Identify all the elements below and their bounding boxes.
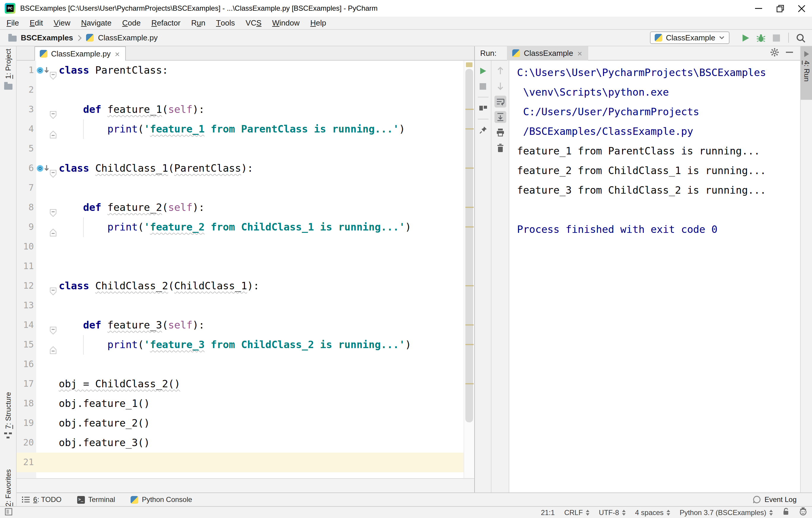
typo-stripe-mark[interactable] [465, 285, 474, 286]
menu-view[interactable]: View [48, 17, 76, 29]
stop-button[interactable] [769, 31, 784, 45]
editor-line-16[interactable]: 16 [17, 355, 464, 374]
typo-stripe-mark[interactable] [465, 109, 474, 110]
fold-marker-down[interactable] [50, 204, 56, 212]
stop-process-button[interactable] [477, 80, 489, 92]
code-editor[interactable]: 1class ParentClass:23 def feature_1(self… [17, 61, 474, 492]
fold-marker-down[interactable] [50, 165, 56, 172]
run-settings-button[interactable] [770, 48, 779, 59]
caret-position[interactable]: 21:1 [541, 508, 555, 517]
menu-run[interactable]: Run [186, 17, 211, 29]
toolwindow-python-console[interactable]: Python Console [130, 495, 192, 504]
editor-line-8[interactable]: 8 def feature_2(self): [17, 198, 464, 217]
soft-wrap-button[interactable] [494, 96, 506, 108]
overridden-marker-icon[interactable] [37, 66, 49, 74]
restore-button[interactable] [769, 0, 791, 17]
menu-navigate[interactable]: Navigate [76, 17, 117, 29]
analysis-indicator[interactable] [466, 62, 472, 67]
toolwindow-6-todo[interactable]: 6: TODO [22, 495, 61, 504]
status-utf-8[interactable]: UTF-8 [599, 508, 626, 517]
menu-edit[interactable]: Edit [24, 17, 48, 29]
run-tab-classexample[interactable]: ClassExample × [507, 46, 588, 60]
clear-all-button[interactable] [494, 142, 506, 154]
editor-line-9[interactable]: 9 print('feature_2 from ChildClass_1 is … [17, 217, 464, 237]
editor-line-2[interactable]: 2 [17, 80, 464, 100]
debug-button[interactable] [754, 31, 768, 45]
typo-stripe-mark[interactable] [465, 167, 474, 169]
editor-line-13[interactable]: 13 [17, 296, 464, 316]
search-everywhere-button[interactable] [793, 31, 808, 45]
editor-line-19[interactable]: 19obj.feature_2() [17, 413, 464, 433]
typo-stripe-mark[interactable] [465, 383, 474, 384]
sidebar-item-project[interactable]: 1: Project [0, 49, 16, 89]
fold-marker-up[interactable] [50, 341, 56, 349]
run-console-output[interactable]: C:\Users\User\PycharmProjects\BSCExample… [509, 61, 801, 492]
hide-panel-button[interactable] [785, 48, 793, 58]
typo-stripe-mark[interactable] [465, 226, 474, 227]
menu-code[interactable]: Code [117, 17, 146, 29]
editor-line-5[interactable]: 5 [17, 139, 464, 159]
close-button[interactable] [791, 0, 812, 17]
menu-file[interactable]: File [1, 17, 24, 29]
typo-stripe-mark[interactable] [465, 207, 474, 208]
editor-line-14[interactable]: 14 def feature_3(self): [17, 316, 464, 335]
print-button[interactable] [494, 127, 506, 138]
editor-line-11[interactable]: 11 [17, 256, 464, 276]
fold-marker-down[interactable] [50, 321, 56, 329]
overridden-marker-icon[interactable] [37, 165, 49, 172]
editor-line-1[interactable]: 1class ParentClass: [17, 61, 464, 80]
editor-line-17[interactable]: 17obj = ChildClass_2() [17, 374, 464, 394]
run-configuration-name: ClassExample [666, 33, 715, 42]
editor-line-3[interactable]: 3 def feature_1(self): [17, 100, 464, 119]
editor-line-18[interactable]: 18obj.feature_1() [17, 394, 464, 413]
menu-refactor[interactable]: Refactor [146, 17, 186, 29]
menu-help[interactable]: Help [305, 17, 332, 29]
editor-line-10[interactable]: 10 [17, 237, 464, 256]
menu-tools[interactable]: Tools [211, 17, 240, 29]
file-lock-toggle[interactable] [782, 507, 789, 517]
typo-stripe-mark[interactable] [465, 324, 474, 326]
editor-line-15[interactable]: 15 print('feature_3 from ChildClass_2 is… [17, 335, 464, 355]
scroll-to-end-button[interactable] [494, 111, 506, 123]
typo-stripe-mark[interactable] [465, 128, 474, 130]
editor-line-6[interactable]: 6class ChildClass_1(ParentClass): [17, 159, 464, 178]
typo-stripe-mark[interactable] [465, 344, 474, 345]
menu-window[interactable]: Window [267, 17, 305, 29]
run-configuration-select[interactable]: ClassExample [650, 31, 729, 44]
run-button[interactable] [738, 31, 753, 45]
down-stacktrace-button[interactable] [494, 80, 506, 92]
toolwindow-terminal[interactable]: >_Terminal [77, 495, 115, 504]
fold-marker-down[interactable] [50, 66, 56, 74]
breadcrumb-project[interactable]: BSCExamples [21, 33, 73, 42]
sidebar-item-structure[interactable]: 7: Structure [0, 392, 16, 439]
editor-scrollbar-stripe[interactable] [464, 61, 474, 478]
status-python-3-7-bscexamples-[interactable]: Python 3.7 (BSCExamples) [679, 508, 773, 517]
editor-line-7[interactable]: 7 [17, 178, 464, 198]
editor-line-21[interactable]: 21 [17, 453, 464, 472]
tab-close-icon[interactable]: × [114, 50, 120, 58]
menu-vcs[interactable]: VCS [240, 17, 267, 29]
restore-layout-button[interactable] [477, 102, 489, 114]
tool-window-switcher[interactable] [5, 508, 12, 517]
code-text: def feature_3(self): [59, 319, 204, 331]
editor-line-20[interactable]: 20obj.feature_3() [17, 433, 464, 453]
minimize-button[interactable] [748, 0, 769, 17]
up-stacktrace-button[interactable] [494, 65, 506, 77]
status-crlf[interactable]: CRLF [564, 508, 589, 517]
fold-marker-down[interactable] [50, 282, 56, 290]
rerun-button[interactable] [477, 65, 489, 77]
fold-marker-down[interactable] [50, 106, 56, 113]
status-4-spaces[interactable]: 4 spaces [635, 508, 670, 517]
pin-tab-button[interactable] [477, 124, 489, 136]
event-log-button[interactable]: Event Log [753, 495, 796, 504]
sidebar-item-run[interactable]: 4: Run [801, 46, 812, 100]
editor-line-4[interactable]: 4 print('feature_1 from ParentClass is r… [17, 119, 464, 139]
run-tab-close-icon[interactable]: × [577, 49, 583, 57]
scrollbar-thumb[interactable] [465, 69, 473, 422]
breadcrumb-file[interactable]: ClassExample.py [98, 33, 157, 42]
highlighting-level-button[interactable] [799, 507, 807, 517]
tab-classexample-py[interactable]: ClassExample.py × [34, 46, 125, 61]
editor-line-12[interactable]: 12class ChildClass_2(ChildClass_1): [17, 276, 464, 296]
fold-marker-up[interactable] [50, 223, 56, 231]
fold-marker-up[interactable] [50, 125, 56, 133]
